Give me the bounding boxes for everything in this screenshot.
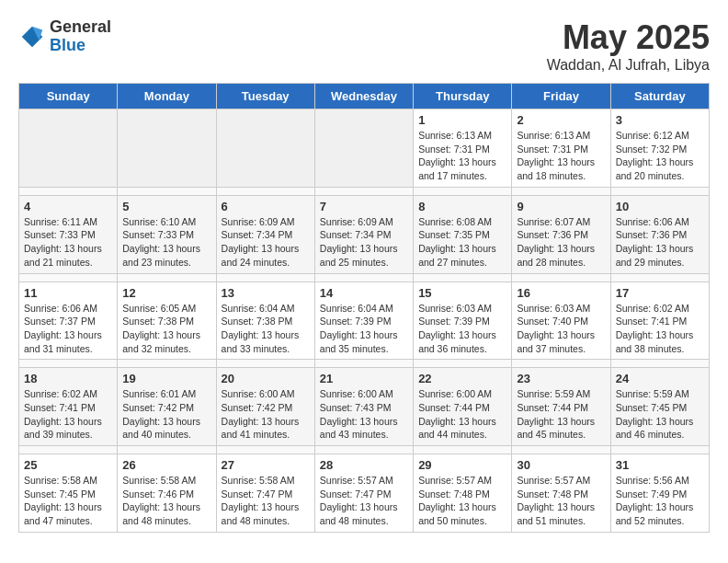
day-number: 29 <box>418 458 506 472</box>
day-info: Sunrise: 5:58 AM Sunset: 7:45 PM Dayligh… <box>24 474 112 528</box>
day-info: Sunrise: 6:00 AM Sunset: 7:44 PM Dayligh… <box>418 387 506 442</box>
logo-blue: Blue <box>50 37 111 55</box>
day-info: Sunrise: 5:56 AM Sunset: 7:49 PM Dayligh… <box>616 474 704 528</box>
day-number: 17 <box>616 286 704 300</box>
day-info: Sunrise: 6:09 AM Sunset: 7:34 PM Dayligh… <box>222 215 310 270</box>
day-number: 5 <box>122 200 210 213</box>
day-number: 27 <box>222 458 310 472</box>
day-of-week-thursday: Thursday <box>414 84 512 109</box>
day-number: 9 <box>517 200 605 213</box>
day-number: 26 <box>122 458 210 472</box>
day-number: 7 <box>320 200 408 213</box>
day-number: 25 <box>24 458 112 472</box>
day-number: 20 <box>222 372 310 385</box>
day-number: 15 <box>418 286 506 300</box>
calendar-cell: 4Sunrise: 6:11 AM Sunset: 7:33 PM Daylig… <box>19 195 118 273</box>
calendar-cell: 1Sunrise: 6:13 AM Sunset: 7:31 PM Daylig… <box>414 109 512 188</box>
calendar-cell: 14Sunrise: 6:04 AM Sunset: 7:39 PM Dayli… <box>314 282 413 360</box>
logo-text: General Blue <box>50 18 111 55</box>
day-of-week-saturday: Saturday <box>610 84 709 109</box>
week-separator <box>19 273 710 282</box>
day-info: Sunrise: 5:59 AM Sunset: 7:44 PM Dayligh… <box>517 387 605 442</box>
day-number: 31 <box>616 458 704 472</box>
calendar-cell: 17Sunrise: 6:02 AM Sunset: 7:41 PM Dayli… <box>610 282 709 360</box>
day-info: Sunrise: 6:00 AM Sunset: 7:43 PM Dayligh… <box>320 387 408 442</box>
month-title: May 2025 <box>547 18 710 57</box>
calendar-header: SundayMondayTuesdayWednesdayThursdayFrid… <box>19 84 710 109</box>
calendar-cell: 31Sunrise: 5:56 AM Sunset: 7:49 PM Dayli… <box>610 454 709 533</box>
week-separator <box>19 360 710 368</box>
calendar-cell: 18Sunrise: 6:02 AM Sunset: 7:41 PM Dayli… <box>19 368 118 446</box>
calendar-cell: 26Sunrise: 5:58 AM Sunset: 7:46 PM Dayli… <box>118 454 216 533</box>
location: Waddan, Al Jufrah, Libya <box>547 57 710 74</box>
week-separator <box>19 446 710 454</box>
day-number: 1 <box>418 113 506 127</box>
calendar-cell: 20Sunrise: 6:00 AM Sunset: 7:42 PM Dayli… <box>216 368 314 446</box>
calendar-cell: 11Sunrise: 6:06 AM Sunset: 7:37 PM Dayli… <box>19 282 118 360</box>
calendar-cell: 24Sunrise: 5:59 AM Sunset: 7:45 PM Dayli… <box>610 368 709 446</box>
week-row-2: 4Sunrise: 6:11 AM Sunset: 7:33 PM Daylig… <box>19 195 710 273</box>
calendar-cell <box>118 109 216 188</box>
calendar-cell: 30Sunrise: 5:57 AM Sunset: 7:48 PM Dayli… <box>512 454 610 533</box>
calendar-cell: 6Sunrise: 6:09 AM Sunset: 7:34 PM Daylig… <box>216 195 314 273</box>
logo-icon <box>18 23 46 51</box>
day-info: Sunrise: 6:01 AM Sunset: 7:42 PM Dayligh… <box>122 387 210 442</box>
calendar-cell <box>314 109 413 188</box>
day-number: 21 <box>320 372 408 385</box>
calendar-cell: 23Sunrise: 5:59 AM Sunset: 7:44 PM Dayli… <box>512 368 610 446</box>
day-number: 6 <box>222 200 310 213</box>
day-number: 24 <box>616 372 704 385</box>
week-separator <box>19 187 710 195</box>
day-number: 11 <box>24 286 112 300</box>
day-of-week-wednesday: Wednesday <box>314 84 413 109</box>
day-number: 13 <box>222 286 310 300</box>
day-number: 12 <box>122 286 210 300</box>
title-section: May 2025 Waddan, Al Jufrah, Libya <box>547 18 710 74</box>
calendar: SundayMondayTuesdayWednesdayThursdayFrid… <box>18 83 710 533</box>
day-info: Sunrise: 6:00 AM Sunset: 7:42 PM Dayligh… <box>222 387 310 442</box>
day-info: Sunrise: 6:07 AM Sunset: 7:36 PM Dayligh… <box>517 215 605 270</box>
day-number: 19 <box>122 372 210 385</box>
calendar-cell: 21Sunrise: 6:00 AM Sunset: 7:43 PM Dayli… <box>314 368 413 446</box>
day-info: Sunrise: 5:59 AM Sunset: 7:45 PM Dayligh… <box>616 387 704 442</box>
calendar-cell: 15Sunrise: 6:03 AM Sunset: 7:39 PM Dayli… <box>414 282 512 360</box>
day-info: Sunrise: 5:58 AM Sunset: 7:47 PM Dayligh… <box>222 474 310 528</box>
day-info: Sunrise: 5:57 AM Sunset: 7:48 PM Dayligh… <box>418 474 506 528</box>
day-number: 14 <box>320 286 408 300</box>
day-info: Sunrise: 5:57 AM Sunset: 7:47 PM Dayligh… <box>320 474 408 528</box>
day-number: 28 <box>320 458 408 472</box>
calendar-cell: 29Sunrise: 5:57 AM Sunset: 7:48 PM Dayli… <box>414 454 512 533</box>
day-info: Sunrise: 6:06 AM Sunset: 7:36 PM Dayligh… <box>616 215 704 270</box>
day-info: Sunrise: 6:06 AM Sunset: 7:37 PM Dayligh… <box>24 302 112 356</box>
week-row-3: 11Sunrise: 6:06 AM Sunset: 7:37 PM Dayli… <box>19 282 710 360</box>
day-info: Sunrise: 6:03 AM Sunset: 7:39 PM Dayligh… <box>418 302 506 356</box>
day-info: Sunrise: 6:02 AM Sunset: 7:41 PM Dayligh… <box>24 387 112 442</box>
calendar-cell: 19Sunrise: 6:01 AM Sunset: 7:42 PM Dayli… <box>118 368 216 446</box>
day-info: Sunrise: 6:03 AM Sunset: 7:40 PM Dayligh… <box>517 302 605 356</box>
day-info: Sunrise: 6:08 AM Sunset: 7:35 PM Dayligh… <box>418 215 506 270</box>
week-row-1: 1Sunrise: 6:13 AM Sunset: 7:31 PM Daylig… <box>19 109 710 188</box>
day-info: Sunrise: 6:11 AM Sunset: 7:33 PM Dayligh… <box>24 215 112 270</box>
day-info: Sunrise: 6:02 AM Sunset: 7:41 PM Dayligh… <box>616 302 704 356</box>
day-info: Sunrise: 6:05 AM Sunset: 7:38 PM Dayligh… <box>122 302 210 356</box>
calendar-cell: 13Sunrise: 6:04 AM Sunset: 7:38 PM Dayli… <box>216 282 314 360</box>
day-number: 18 <box>24 372 112 385</box>
day-info: Sunrise: 5:57 AM Sunset: 7:48 PM Dayligh… <box>517 474 605 528</box>
calendar-body: 1Sunrise: 6:13 AM Sunset: 7:31 PM Daylig… <box>19 109 710 533</box>
day-info: Sunrise: 6:13 AM Sunset: 7:31 PM Dayligh… <box>517 129 605 183</box>
day-number: 8 <box>418 200 506 213</box>
logo: General Blue <box>18 18 111 55</box>
days-of-week-row: SundayMondayTuesdayWednesdayThursdayFrid… <box>19 84 710 109</box>
day-info: Sunrise: 6:09 AM Sunset: 7:34 PM Dayligh… <box>320 215 408 270</box>
day-info: Sunrise: 6:13 AM Sunset: 7:31 PM Dayligh… <box>418 129 506 183</box>
calendar-cell: 7Sunrise: 6:09 AM Sunset: 7:34 PM Daylig… <box>314 195 413 273</box>
logo-general: General <box>50 18 111 37</box>
calendar-cell: 2Sunrise: 6:13 AM Sunset: 7:31 PM Daylig… <box>512 109 610 188</box>
calendar-cell <box>19 109 118 188</box>
day-info: Sunrise: 6:12 AM Sunset: 7:32 PM Dayligh… <box>616 129 704 183</box>
day-of-week-monday: Monday <box>118 84 216 109</box>
calendar-cell: 3Sunrise: 6:12 AM Sunset: 7:32 PM Daylig… <box>610 109 709 188</box>
day-info: Sunrise: 6:10 AM Sunset: 7:33 PM Dayligh… <box>122 215 210 270</box>
page-header: General Blue May 2025 Waddan, Al Jufrah,… <box>18 18 710 74</box>
day-number: 10 <box>616 200 704 213</box>
